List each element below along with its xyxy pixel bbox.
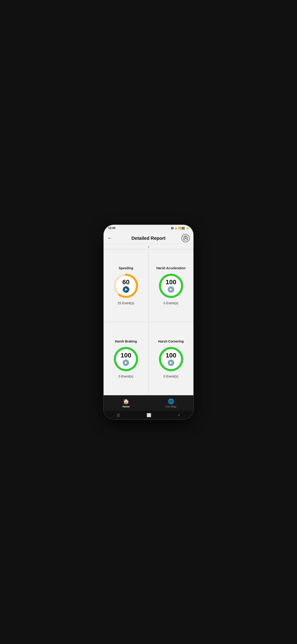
battery-icon: 🔋 bbox=[186, 227, 189, 230]
cell-title-harsh-cornering: Harsh Cornering bbox=[158, 340, 184, 343]
chevron-down-icon[interactable]: ∨ bbox=[104, 244, 194, 249]
status-icons: 🔇 🔒 📶 ▌▌ 🔋 bbox=[171, 227, 189, 230]
globe-icon: 🌐 bbox=[168, 398, 174, 404]
cell-events-harsh-cornering: 0 Event(s) bbox=[164, 374, 178, 378]
play-button-harsh-braking[interactable] bbox=[123, 360, 129, 366]
back-nav-button[interactable]: < bbox=[178, 413, 180, 417]
avatar-icon[interactable] bbox=[182, 234, 190, 242]
page-title: Detailed Report bbox=[116, 236, 182, 241]
cell-title-harsh-acceleration: Harsh Acceleration bbox=[156, 266, 186, 270]
phone-shell: 12:44 🔇 🔒 📶 ▌▌ 🔋 ← Detailed Report ∨ bbox=[104, 225, 194, 419]
score-inner-speeding: 60 bbox=[122, 279, 130, 293]
back-button[interactable]: ← bbox=[107, 235, 116, 241]
signal-icon: ▌▌ bbox=[182, 227, 185, 230]
app-header: ← Detailed Report bbox=[104, 231, 194, 244]
bottom-nav: 🏠 Home 🌐 Live Map bbox=[104, 395, 194, 411]
score-number-harsh-cornering: 100 bbox=[166, 352, 176, 358]
cell-title-speeding: Speeding bbox=[118, 266, 133, 270]
score-circle-harsh-cornering: 100 bbox=[158, 346, 184, 372]
score-circle-harsh-acceleration: 100 bbox=[158, 273, 184, 298]
metrics-grid: Speeding 60 25 Event(s) Harsh Accelerati… bbox=[104, 249, 194, 395]
nav-home[interactable]: 🏠 Home bbox=[104, 398, 148, 408]
cell-title-harsh-braking: Harsh Braking bbox=[115, 340, 137, 343]
cell-harsh-braking: Harsh Braking 100 0 Event(s) bbox=[104, 322, 148, 395]
play-button-speeding[interactable] bbox=[123, 286, 129, 293]
score-number-harsh-braking: 100 bbox=[121, 352, 132, 358]
nav-live-map-label: Live Map bbox=[166, 405, 176, 408]
home-nav-button[interactable]: ⬜ bbox=[147, 413, 151, 417]
mute-icon: 🔇 bbox=[171, 227, 174, 230]
app-container: ← Detailed Report ∨ Speeding bbox=[104, 231, 194, 395]
score-number-speeding: 60 bbox=[122, 279, 130, 286]
status-bar: 12:44 🔇 🔒 📶 ▌▌ 🔋 bbox=[104, 225, 194, 231]
score-inner-harsh-acceleration: 100 bbox=[166, 279, 176, 293]
android-nav-bar: ||| ⬜ < bbox=[104, 411, 194, 419]
svg-point-0 bbox=[185, 236, 186, 238]
score-inner-harsh-braking: 100 bbox=[121, 352, 132, 366]
home-icon: 🏠 bbox=[123, 398, 129, 404]
nav-live-map[interactable]: 🌐 Live Map bbox=[148, 398, 194, 408]
cell-events-harsh-acceleration: 0 Event(s) bbox=[164, 301, 178, 305]
play-button-harsh-cornering[interactable] bbox=[168, 360, 174, 366]
lock-icon: 🔒 bbox=[174, 227, 177, 230]
play-button-harsh-acceleration[interactable] bbox=[168, 286, 174, 293]
cell-harsh-acceleration: Harsh Acceleration 100 0 Event(s) bbox=[148, 249, 194, 322]
cell-harsh-cornering: Harsh Cornering 100 0 Event(s) bbox=[148, 322, 194, 395]
status-time: 12:44 bbox=[108, 226, 115, 230]
score-circle-harsh-braking: 100 bbox=[113, 346, 138, 372]
score-number-harsh-acceleration: 100 bbox=[166, 279, 176, 286]
cell-speeding: Speeding 60 25 Event(s) bbox=[104, 249, 148, 322]
score-circle-speeding: 60 bbox=[113, 273, 138, 298]
wifi-icon: 📶 bbox=[178, 227, 181, 230]
nav-home-label: Home bbox=[122, 405, 130, 408]
cell-events-harsh-braking: 0 Event(s) bbox=[118, 374, 133, 378]
score-inner-harsh-cornering: 100 bbox=[166, 352, 176, 366]
recent-apps-button[interactable]: ||| bbox=[117, 413, 120, 417]
cell-events-speeding: 25 Event(s) bbox=[118, 301, 134, 305]
